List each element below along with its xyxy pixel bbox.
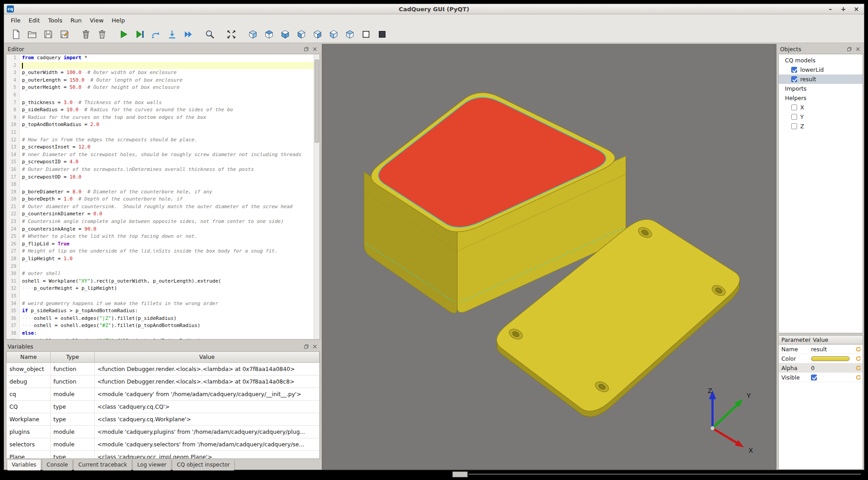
menu-file[interactable]: File	[7, 15, 25, 26]
property-value-name[interactable]: result	[810, 346, 854, 353]
titlebar: cq CadQuery GUI (PyQT) – + ×	[4, 4, 864, 14]
tree-item-z[interactable]: Z	[779, 122, 863, 131]
variable-row-CQ[interactable]: CQtype<class 'cadquery.cq.CQ'>	[7, 400, 320, 413]
tab-log-viewer[interactable]: Log viewer	[132, 460, 171, 471]
menu-tools[interactable]: Tools	[44, 15, 66, 26]
properties-header-value[interactable]: Value	[810, 336, 831, 344]
variable-row-Plane[interactable]: Planetype<class 'cadquery.occ_impl.geom.…	[7, 450, 320, 459]
cube-top-button[interactable]	[263, 28, 275, 41]
scrollbar-thumb[interactable]	[315, 60, 319, 143]
variable-row-debug[interactable]: debugfunction<function Debugger.render.<…	[7, 375, 320, 388]
fit-view-button[interactable]	[225, 28, 237, 41]
cube-iso-button[interactable]	[246, 28, 259, 41]
tree-item-lowerlid[interactable]: lowerLid	[779, 65, 863, 74]
reset-property-icon[interactable]	[854, 356, 863, 362]
step-over-button[interactable]	[149, 28, 162, 41]
tree-label: Imports	[785, 85, 807, 92]
checkbox-lowerlid[interactable]	[791, 67, 797, 73]
line-number: 13	[6, 144, 20, 151]
tab-variables[interactable]: Variables	[7, 460, 41, 471]
tab-console[interactable]: Console	[42, 460, 73, 471]
save-button[interactable]	[42, 28, 54, 41]
continue-run-button[interactable]	[182, 28, 194, 41]
tree-item-imports[interactable]: Imports	[779, 84, 863, 93]
tree-item-cq-models[interactable]: CQ models	[779, 56, 863, 65]
properties-header-parameter[interactable]: Parameter	[779, 336, 810, 344]
cube-bottom-button[interactable]	[279, 28, 291, 41]
close-button[interactable]: ×	[853, 6, 859, 12]
cube-front-button[interactable]	[327, 28, 340, 41]
variable-cell: type	[51, 413, 95, 425]
float-panel-icon[interactable]	[303, 46, 310, 52]
checkbox-x[interactable]	[791, 105, 797, 110]
line-number: 38	[6, 330, 20, 337]
save-as-button[interactable]	[58, 28, 70, 41]
zoom-button[interactable]	[203, 28, 216, 41]
tree-item-result[interactable]: result	[779, 74, 863, 84]
viewport-3d[interactable]: Z Y X	[322, 44, 776, 470]
editor-code[interactable]: 1from cadquery import *23p_outerWidth = …	[6, 54, 320, 340]
editor-scrollbar[interactable]	[314, 54, 320, 339]
property-value-visible[interactable]	[810, 375, 854, 380]
shaded-mode-button[interactable]	[376, 28, 388, 41]
tab-cq-object-inspector[interactable]: CQ object inspector	[172, 460, 235, 471]
code-line-text: else:	[20, 330, 320, 337]
visible-checkbox[interactable]	[811, 375, 817, 380]
tree-item-helpers[interactable]: Helpers	[779, 93, 863, 103]
variables-column-type[interactable]: Type	[51, 352, 95, 362]
tree-item-x[interactable]: X	[779, 103, 863, 112]
property-value-color[interactable]	[810, 356, 854, 361]
close-panel-icon[interactable]	[311, 46, 318, 52]
step-into-button[interactable]	[166, 28, 178, 41]
maximize-button[interactable]: +	[840, 6, 846, 12]
variable-row-cq[interactable]: cqmodule<module 'cadquery' from '/home/a…	[7, 388, 320, 400]
reset-property-icon[interactable]	[854, 346, 863, 352]
variable-row-plugins[interactable]: pluginsmodule<module 'cadquery.plugins' …	[7, 425, 320, 438]
cube-back-button[interactable]	[343, 28, 356, 41]
viewport-3d-canvas[interactable]: Z Y X	[322, 44, 776, 469]
tree-item-y[interactable]: Y	[779, 112, 863, 122]
variables-column-name[interactable]: Name	[7, 352, 51, 362]
code-line-text: p_sideRadius = 10.0··# Radius for the cu…	[20, 106, 320, 114]
tab-current-traceback[interactable]: Current traceback	[73, 460, 132, 471]
menu-help[interactable]: Help	[108, 15, 129, 26]
wireframe-mode-button[interactable]	[359, 28, 372, 41]
menu-edit[interactable]: Edit	[25, 15, 44, 26]
float-panel-icon[interactable]	[303, 343, 310, 350]
checkbox-z[interactable]	[791, 123, 797, 129]
property-row-visible: Visible	[779, 373, 863, 382]
cube-right-button[interactable]	[311, 28, 324, 41]
float-panel-icon[interactable]	[846, 46, 853, 52]
property-value-alpha[interactable]: 0	[810, 365, 854, 371]
variable-row-selectors[interactable]: selectorsmodule<module 'cadquery.selecto…	[7, 438, 320, 450]
new-file-button[interactable]	[9, 28, 22, 41]
variable-row-show_object[interactable]: show_objectfunction<function Debugger.re…	[7, 362, 320, 375]
color-swatch[interactable]	[811, 356, 850, 361]
code-line-36: 36····oshell = oshell.edges("|Z").fillet…	[6, 315, 320, 323]
code-line-18: 18	[6, 181, 320, 188]
variables-rows: show_objectfunction<function Debugger.re…	[7, 362, 320, 459]
close-panel-icon[interactable]	[855, 46, 861, 52]
cube-left-button[interactable]	[295, 28, 307, 41]
objects-tree: CQ modelslowerLidresultImportsHelpersXYZ	[778, 54, 863, 333]
open-file-button[interactable]	[26, 28, 38, 41]
reset-property-icon[interactable]	[854, 365, 863, 371]
variable-row-Workplane[interactable]: Workplanetype<class 'cadquery.cq.Workpla…	[7, 413, 320, 425]
objects-panel: Objects CQ modelslowerLidresultImportsHe…	[778, 44, 863, 333]
variable-cell: <module 'cadquery' from '/home/adam/cadq…	[95, 388, 320, 400]
trash-alt-button[interactable]	[96, 28, 108, 41]
checkbox-y[interactable]	[791, 114, 797, 120]
menu-run[interactable]: Run	[66, 15, 86, 26]
debug-run-button[interactable]	[133, 28, 146, 41]
screen: cq CadQuery GUI (PyQT) – + × FileEditToo…	[0, 0, 868, 480]
checkbox-result[interactable]	[791, 76, 797, 82]
property-row-name: Nameresult	[779, 345, 863, 354]
variables-column-value[interactable]: Value	[95, 352, 320, 362]
variable-cell: Workplane	[7, 413, 51, 425]
minimize-button[interactable]: –	[827, 6, 833, 12]
trash-button[interactable]	[79, 28, 92, 41]
run-script-button[interactable]	[117, 28, 130, 41]
reset-property-icon[interactable]	[854, 375, 863, 380]
menu-view[interactable]: View	[86, 15, 108, 26]
close-panel-icon[interactable]	[311, 343, 318, 350]
